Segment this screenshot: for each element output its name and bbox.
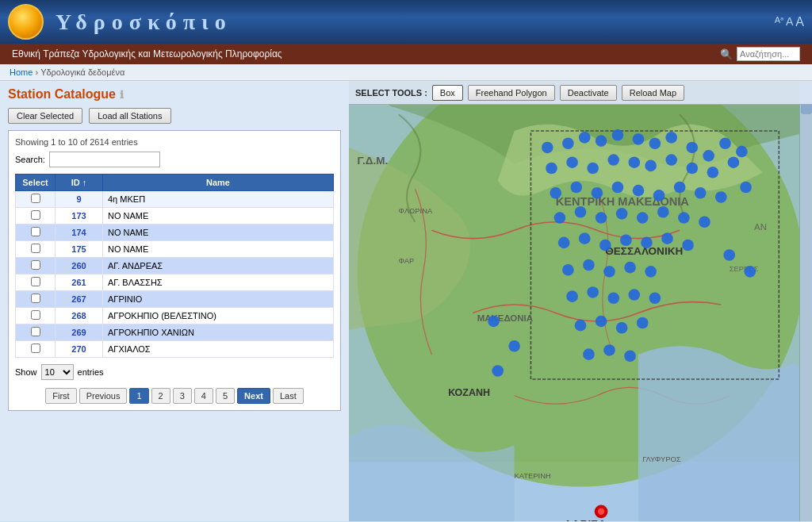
font-large-btn[interactable]: A bbox=[786, 15, 793, 29]
svg-point-39 bbox=[570, 182, 582, 194]
info-icon[interactable]: ℹ bbox=[120, 89, 124, 101]
map-svg[interactable]: ΚΕΝΤΡΙΚΗ ΜΑΚΕΔΟΝΙΑ ΜΑΚΕΔΟΝΙΑ ΑΝ ΣΕΡΡΕΣ Κ… bbox=[349, 105, 812, 521]
font-plus-btn[interactable]: A bbox=[795, 15, 804, 29]
breadcrumb-current: Υδρολογικά δεδομένα bbox=[40, 67, 124, 77]
load-all-stations-button[interactable]: Load all Stations bbox=[89, 108, 170, 124]
row-checkbox[interactable] bbox=[31, 260, 40, 270]
row-checkbox[interactable] bbox=[31, 327, 40, 336]
row-checkbox[interactable] bbox=[31, 244, 40, 253]
pagination-page-1[interactable]: 1 bbox=[129, 388, 148, 404]
svg-point-48 bbox=[554, 212, 566, 224]
entries-select[interactable]: 10 25 50 100 bbox=[41, 364, 74, 380]
breadcrumb-home[interactable]: Home bbox=[10, 67, 33, 77]
pagination-last[interactable]: Last bbox=[273, 388, 304, 404]
main-content: Station Catalogue ℹ Clear Selected Load … bbox=[0, 81, 812, 521]
row-checkbox[interactable] bbox=[31, 294, 40, 303]
svg-point-47 bbox=[740, 182, 752, 194]
svg-text:ΛΑΡΙΣΑ: ΛΑΡΙΣΑ bbox=[564, 518, 607, 521]
row-id: 270 bbox=[56, 341, 103, 358]
show-label: Show bbox=[15, 367, 37, 377]
map-freehand-button[interactable]: Freehand Polygon bbox=[468, 85, 555, 101]
row-checkbox[interactable] bbox=[31, 194, 40, 203]
row-checkbox[interactable] bbox=[31, 210, 40, 220]
search-icon: 🔍 bbox=[720, 48, 733, 60]
svg-point-19 bbox=[596, 135, 607, 147]
pagination-page-4[interactable]: 4 bbox=[194, 388, 213, 404]
svg-point-31 bbox=[607, 154, 619, 166]
col-header-select[interactable]: Select bbox=[16, 175, 56, 191]
table-row: 9 4η ΜΚΕΠ bbox=[16, 191, 334, 208]
row-checkbox[interactable] bbox=[31, 277, 40, 286]
svg-point-81 bbox=[744, 266, 756, 278]
svg-point-82 bbox=[488, 316, 500, 328]
catalogue-title-row: Station Catalogue ℹ bbox=[8, 87, 341, 102]
svg-text:ΚΕΝΤΡΙΚΗ ΜΑΚΕΔΟΝΙΑ: ΚΕΝΤΡΙΚΗ ΜΑΚΕΔΟΝΙΑ bbox=[556, 195, 690, 208]
table-row: 260 ΑΓ. ΑΝΔΡΕΑΣ bbox=[16, 258, 334, 274]
svg-text:ΑΝ: ΑΝ bbox=[754, 222, 767, 232]
svg-point-28 bbox=[546, 163, 557, 175]
entries-label: entries bbox=[78, 367, 104, 377]
pagination-page-3[interactable]: 3 bbox=[173, 388, 192, 404]
svg-point-42 bbox=[633, 185, 645, 197]
pagination-page-2[interactable]: 2 bbox=[151, 388, 170, 404]
svg-point-24 bbox=[686, 142, 698, 154]
header-right: Aᵃ A A bbox=[775, 15, 804, 29]
subheader-text: Εθνική Τράπεζα Υδρολογικής και Μετεωρολο… bbox=[12, 48, 282, 59]
pagination-first[interactable]: First bbox=[45, 388, 76, 404]
row-id: 9 bbox=[56, 191, 103, 208]
catalogue-title: Station Catalogue bbox=[8, 87, 116, 102]
pagination-previous[interactable]: Previous bbox=[79, 388, 128, 404]
table-container: Showing 1 to 10 of 2614 entries Search: … bbox=[8, 130, 341, 411]
svg-point-20 bbox=[612, 129, 624, 141]
pagination-next[interactable]: Next bbox=[237, 388, 270, 404]
map-reload-button[interactable]: Reload Map bbox=[622, 85, 684, 101]
search-input[interactable] bbox=[49, 152, 160, 167]
right-panel: SELECT TOOLS : Box Freehand Polygon Deac… bbox=[349, 81, 812, 521]
svg-point-77 bbox=[583, 348, 595, 360]
svg-point-40 bbox=[592, 187, 603, 199]
row-name: NO NAME bbox=[103, 208, 334, 225]
svg-point-35 bbox=[686, 163, 698, 175]
select-tools-label: SELECT TOOLS : bbox=[355, 88, 427, 98]
svg-text:ΓΛΥΦΥΡΟΣ: ΓΛΥΦΥΡΟΣ bbox=[642, 455, 681, 463]
row-select-cell bbox=[16, 258, 56, 274]
row-id: 268 bbox=[56, 308, 103, 324]
pagination-page-5[interactable]: 5 bbox=[216, 388, 235, 404]
row-select-cell bbox=[16, 241, 56, 258]
svg-point-21 bbox=[633, 133, 645, 145]
map-box-button[interactable]: Box bbox=[432, 85, 463, 101]
svg-point-79 bbox=[624, 350, 636, 362]
clear-selected-button[interactable]: Clear Selected bbox=[8, 108, 82, 124]
svg-point-51 bbox=[616, 208, 628, 220]
site-title: Υδροσκόπιο bbox=[56, 10, 232, 35]
svg-point-72 bbox=[649, 292, 661, 304]
font-small-btn[interactable]: Aᵃ bbox=[775, 15, 783, 29]
table-row: 174 NO NAME bbox=[16, 225, 334, 241]
col-header-id[interactable]: ID ↑ bbox=[56, 175, 103, 191]
row-name: 4η ΜΚΕΠ bbox=[103, 191, 334, 208]
svg-point-64 bbox=[583, 259, 595, 271]
svg-point-75 bbox=[616, 322, 628, 334]
map-deactivate-button[interactable]: Deactivate bbox=[560, 85, 617, 101]
row-id: 267 bbox=[56, 291, 103, 308]
svg-point-68 bbox=[566, 290, 578, 302]
col-header-name[interactable]: Name bbox=[103, 175, 334, 191]
row-checkbox[interactable] bbox=[31, 310, 40, 320]
svg-point-66 bbox=[624, 262, 636, 274]
catalogue-controls: Clear Selected Load all Stations bbox=[8, 108, 341, 124]
row-select-cell bbox=[16, 291, 56, 308]
svg-point-83 bbox=[508, 340, 520, 352]
row-checkbox[interactable] bbox=[31, 227, 40, 236]
logo bbox=[8, 4, 44, 40]
svg-point-61 bbox=[661, 232, 673, 244]
right-scrollbar[interactable] bbox=[799, 81, 812, 521]
table-row: 268 ΑΓΡΟΚΗΠΙΟ (ΒΕΛΕΣΤΙΝΟ) bbox=[16, 308, 334, 324]
svg-point-17 bbox=[562, 137, 574, 149]
svg-text:ΚΑΤΕΡΙΝΗ: ΚΑΤΕΡΙΝΗ bbox=[515, 472, 551, 480]
header: Υδροσκόπιο Aᵃ A A bbox=[0, 0, 812, 44]
pagination-row: First Previous 1 2 3 4 5 Next Last bbox=[15, 388, 334, 404]
row-checkbox[interactable] bbox=[31, 344, 40, 353]
svg-point-70 bbox=[607, 292, 619, 304]
row-id: 261 bbox=[56, 274, 103, 291]
header-search-input[interactable] bbox=[737, 47, 800, 61]
